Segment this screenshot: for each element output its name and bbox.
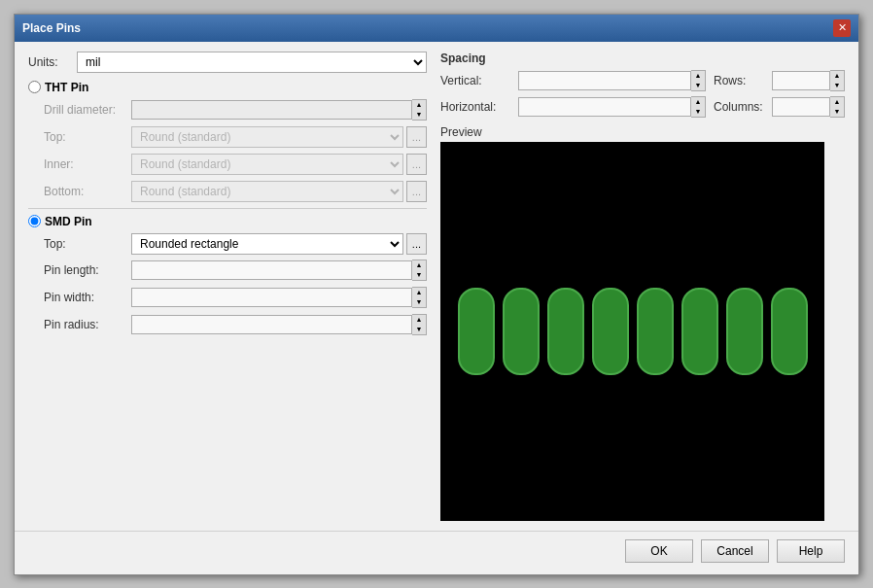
right-panel: Spacing Vertical: 0.00004 ▲ ▼ Rows: 1 <box>440 52 845 521</box>
smd-pin-radio[interactable] <box>28 215 41 227</box>
preview-pin-8 <box>771 288 808 375</box>
tht-pin-radio[interactable] <box>28 81 41 93</box>
tht-inner-row: Inner: Round (standard) ... <box>44 154 427 175</box>
vertical-label: Vertical: <box>440 74 518 87</box>
smd-top-select[interactable]: Rounded rectangle Rectangle Round <box>131 233 403 255</box>
vertical-row: Vertical: 0.00004 ▲ ▼ Rows: 1 ▲ ▼ <box>440 70 845 91</box>
preview-pin-2 <box>503 288 540 375</box>
units-row: Units: mil <box>28 52 427 73</box>
rows-spinners: ▲ ▼ <box>830 70 845 91</box>
pin-length-down[interactable]: ▼ <box>412 270 426 280</box>
columns-spinners: ▲ ▼ <box>830 96 845 118</box>
horizontal-up[interactable]: ▲ <box>691 97 705 107</box>
preview-pin-5 <box>637 288 674 375</box>
pin-radius-input[interactable]: 100 <box>131 315 412 334</box>
units-label: Units: <box>28 55 77 69</box>
horizontal-input-group: 400 ▲ ▼ <box>518 96 706 118</box>
drill-diameter-spinners: ▲ ▼ <box>412 99 427 121</box>
tht-bottom-browse-button: ... <box>406 181 427 202</box>
pin-width-row: Pin width: 200 ▲ ▼ <box>44 287 427 308</box>
vertical-down[interactable]: ▼ <box>691 81 705 90</box>
preview-pin-7 <box>726 288 763 375</box>
tht-pin-radio-row: THT Pin <box>28 81 427 94</box>
drill-diameter-input: 39.37008 <box>131 100 412 120</box>
rows-input[interactable]: 1 <box>772 71 830 90</box>
pin-length-input[interactable]: 600.00000 <box>131 260 412 280</box>
drill-diameter-down: ▼ <box>412 110 426 120</box>
drill-diameter-up: ▲ <box>412 100 426 110</box>
horizontal-row: Horizontal: 400 ▲ ▼ Columns: 8 ▲ ▼ <box>440 96 845 118</box>
preview-section: Preview <box>440 125 845 521</box>
vertical-input[interactable]: 0.00004 <box>518 71 691 90</box>
dialog-title: Place Pins <box>22 21 81 35</box>
columns-input-group: 8 ▲ ▼ <box>772 96 845 118</box>
pin-radius-down[interactable]: ▼ <box>412 325 426 334</box>
preview-canvas <box>440 142 824 521</box>
tht-top-label: Top: <box>44 130 131 144</box>
ok-button[interactable]: OK <box>625 539 693 563</box>
pin-radius-up[interactable]: ▲ <box>412 315 426 325</box>
pin-width-up[interactable]: ▲ <box>412 288 426 297</box>
pin-length-spinners: ▲ ▼ <box>412 259 427 281</box>
smd-top-browse-button[interactable]: ... <box>406 233 427 255</box>
smd-top-label: Top: <box>44 237 131 251</box>
vertical-up[interactable]: ▲ <box>691 71 705 81</box>
drill-diameter-row: Drill diameter: 39.37008 ▲ ▼ <box>44 99 427 121</box>
columns-up[interactable]: ▲ <box>830 97 844 107</box>
smd-top-select-group: Rounded rectangle Rectangle Round ... <box>131 233 427 255</box>
pin-width-label: Pin width: <box>44 291 131 304</box>
tht-top-select: Round (standard) <box>131 126 403 148</box>
tht-top-browse-button: ... <box>406 126 427 148</box>
preview-pin-4 <box>592 288 629 375</box>
dialog-footer: OK Cancel Help <box>15 531 858 574</box>
pin-width-input[interactable]: 200 <box>131 288 412 307</box>
help-button[interactable]: Help <box>777 539 845 563</box>
pin-radius-input-group: 100 ▲ ▼ <box>131 314 427 335</box>
pin-width-spinners: ▲ ▼ <box>412 287 427 308</box>
tht-bottom-select-group: Round (standard) ... <box>131 181 427 202</box>
columns-down[interactable]: ▼ <box>830 107 844 117</box>
separator <box>28 208 427 209</box>
cancel-button[interactable]: Cancel <box>701 539 769 563</box>
vertical-spinners: ▲ ▼ <box>691 70 706 91</box>
rows-down[interactable]: ▼ <box>830 81 844 90</box>
title-bar: Place Pins ✕ <box>15 15 858 42</box>
tht-inner-browse-button: ... <box>406 154 427 175</box>
horizontal-input[interactable]: 400 <box>518 97 691 117</box>
tht-inner-select-group: Round (standard) ... <box>131 154 427 175</box>
smd-pin-radio-row: SMD Pin <box>28 215 427 228</box>
tht-pin-label: THT Pin <box>45 81 88 94</box>
pin-length-row: Pin length: 600.00000 ▲ ▼ <box>44 259 427 281</box>
rows-label: Rows: <box>714 74 772 87</box>
units-select[interactable]: mil <box>77 52 427 73</box>
preview-label: Preview <box>440 125 845 139</box>
horizontal-down[interactable]: ▼ <box>691 107 705 117</box>
pin-length-input-group: 600.00000 ▲ ▼ <box>131 259 427 281</box>
pin-width-down[interactable]: ▼ <box>412 297 426 307</box>
rows-up[interactable]: ▲ <box>830 71 844 81</box>
columns-input[interactable]: 8 <box>772 97 830 117</box>
pin-radius-row: Pin radius: 100 ▲ ▼ <box>44 314 427 335</box>
tht-top-select-group: Round (standard) ... <box>131 126 427 148</box>
left-panel: Units: mil THT Pin Drill diameter: 39.37… <box>28 52 427 521</box>
rows-input-group: 1 ▲ ▼ <box>772 70 845 91</box>
pin-radius-spinners: ▲ ▼ <box>412 314 427 335</box>
tht-inner-select: Round (standard) <box>131 154 403 175</box>
close-button[interactable]: ✕ <box>833 19 851 37</box>
pin-length-up[interactable]: ▲ <box>412 260 426 270</box>
tht-inner-label: Inner: <box>44 157 131 171</box>
smd-top-row: Top: Rounded rectangle Rectangle Round .… <box>44 233 427 255</box>
tht-top-row: Top: Round (standard) ... <box>44 126 427 148</box>
place-pins-dialog: Place Pins ✕ Units: mil THT Pin Drill di… <box>14 14 859 575</box>
pin-length-label: Pin length: <box>44 263 131 277</box>
tht-pin-fields: Drill diameter: 39.37008 ▲ ▼ Top: Rou <box>28 99 427 202</box>
preview-pin-1 <box>458 288 495 375</box>
pin-radius-label: Pin radius: <box>44 318 131 331</box>
vertical-input-group: 0.00004 ▲ ▼ <box>518 70 706 91</box>
horizontal-spinners: ▲ ▼ <box>691 96 706 118</box>
pin-width-input-group: 200 ▲ ▼ <box>131 287 427 308</box>
smd-pin-label: SMD Pin <box>45 215 92 228</box>
horizontal-label: Horizontal: <box>440 100 518 114</box>
tht-bottom-label: Bottom: <box>44 185 131 198</box>
drill-diameter-input-group: 39.37008 ▲ ▼ <box>131 99 427 121</box>
